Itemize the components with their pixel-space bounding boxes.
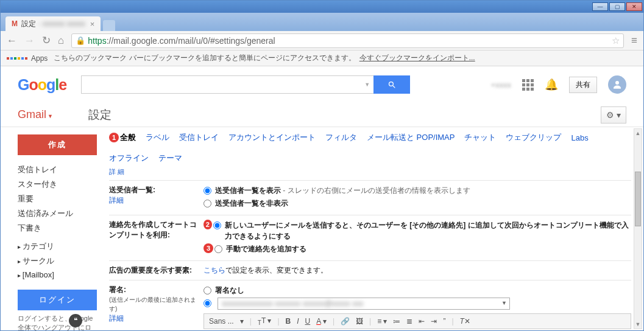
account-avatar[interactable] — [608, 75, 626, 94]
setting-senders: 送受信者一覧: 詳細 送受信者一覧を表示 - スレッドの右側にメールの送受信者の… — [109, 180, 631, 215]
sidebar-item-starred[interactable]: スター付き — [18, 177, 97, 192]
gmail-title-row: Gmail▼ 設定 ⚙ ▾ — [1, 103, 643, 127]
link-icon[interactable]: 🔗 — [341, 317, 350, 326]
tab-bar: M 設定 - xxxxxx xxxxx × — [1, 13, 643, 31]
indent-more-icon[interactable]: ⇥ — [431, 317, 437, 326]
google-header: Google ▼ +xxxx 🔔 共有 — [1, 66, 643, 103]
signature-use-radio[interactable] — [203, 299, 211, 307]
browser-tab[interactable]: M 設定 - xxxxxx xxxxx × — [5, 16, 101, 31]
google-logo[interactable]: Google — [18, 76, 66, 94]
list-bullet-icon[interactable]: ≣ — [406, 317, 412, 326]
close-tab-icon[interactable]: × — [90, 19, 95, 29]
gmail-favicon: M — [12, 19, 18, 28]
signature-none-radio[interactable] — [203, 287, 211, 294]
tab-themes[interactable]: テーマ — [158, 153, 182, 164]
forward-icon[interactable]: → — [24, 35, 35, 47]
apps-label[interactable]: Apps — [31, 54, 48, 63]
tab-labs[interactable]: Labs — [571, 133, 588, 142]
sidebar-item-drafts[interactable]: 下書き — [18, 221, 97, 235]
indent-less-icon[interactable]: ⇤ — [419, 317, 425, 326]
sidebar-item-circles[interactable]: サークル — [18, 254, 97, 268]
bookmark-star-icon[interactable]: ☆ — [612, 35, 620, 46]
setting-ads: 広告の重要度を示す要素: こちらで設定を表示、変更できます。 — [109, 260, 631, 280]
search-input[interactable]: ▼ — [81, 75, 373, 94]
scroll-up-icon[interactable]: ▲ — [634, 129, 642, 138]
signature-select[interactable]: xxxxxxxxxxxxxx xxxxxxx xxxxxx@xxxxx xxx▼ — [218, 298, 510, 310]
sidebar: 作成 受信トレイ スター付き 重要 送信済みメール 下書き カテゴリ サークル … — [1, 127, 103, 330]
font-select[interactable]: Sans ... — [209, 317, 234, 326]
import-bookmarks-link[interactable]: 今すぐブックマークをインポート... — [359, 53, 475, 63]
quote-icon[interactable]: ” — [443, 317, 445, 326]
apps-shortcut[interactable] — [7, 57, 27, 60]
senders-detail-link[interactable]: 詳細 — [109, 196, 124, 204]
scroll-down-icon[interactable]: ▼ — [634, 320, 642, 329]
tab-labels[interactable]: ラベル — [146, 132, 169, 143]
color-icon[interactable]: A ▾ — [316, 317, 327, 326]
minimize-button[interactable]: — — [592, 2, 608, 11]
tab-accounts[interactable]: アカウントとインポート — [228, 132, 316, 143]
italic-icon[interactable]: I — [297, 317, 299, 326]
sidebar-item-inbox[interactable]: 受信トレイ — [18, 162, 97, 177]
image-icon[interactable]: 🖼 — [356, 317, 363, 326]
signature-label: 署名: — [109, 285, 126, 294]
tab-filters[interactable]: フィルタ — [325, 132, 357, 143]
home-icon[interactable]: ⌂ — [58, 35, 64, 47]
underline-icon[interactable]: U — [305, 317, 311, 326]
search-dropdown-icon[interactable]: ▼ — [364, 82, 370, 88]
scroll-thumb[interactable] — [635, 172, 641, 226]
url-path: /mail/u/0/#settings/general — [175, 36, 275, 46]
bold-icon[interactable]: B — [286, 317, 291, 326]
signature-none-label: 署名なし — [215, 285, 244, 296]
senders-hide-label: 送受信者一覧を非表示 — [215, 198, 288, 209]
ads-link[interactable]: こちら — [203, 266, 225, 274]
notifications-icon[interactable]: 🔔 — [545, 78, 558, 91]
tab-inbox[interactable]: 受信トレイ — [179, 132, 219, 143]
gmail-dropdown[interactable]: Gmail▼ — [18, 108, 53, 121]
sidebar-item-important[interactable]: 重要 — [18, 192, 97, 206]
senders-hide-radio[interactable] — [203, 200, 211, 207]
google-apps-icon[interactable] — [522, 79, 534, 91]
hangouts-icon[interactable]: ❝ — [69, 314, 82, 327]
tab-chat[interactable]: チャット — [464, 132, 496, 143]
close-window-button[interactable]: ✕ — [626, 2, 642, 11]
login-button[interactable]: ログイン — [18, 290, 97, 310]
plus-user[interactable]: +xxxx — [490, 80, 511, 89]
align-icon[interactable]: ≡ ▾ — [377, 317, 387, 326]
sidebar-item-mailbox[interactable]: [Mailbox] — [18, 268, 97, 281]
tab-offline[interactable]: オフライン — [109, 153, 149, 164]
sidebar-item-categories[interactable]: カテゴリ — [18, 239, 97, 254]
browser-menu-icon[interactable]: ≡ — [631, 35, 637, 47]
list-number-icon[interactable]: ≔ — [393, 317, 400, 326]
compose-button[interactable]: 作成 — [18, 134, 97, 155]
contacts-auto-radio[interactable] — [213, 221, 221, 229]
search-button[interactable] — [373, 75, 410, 94]
contacts-manual-radio[interactable] — [214, 245, 222, 253]
share-button[interactable]: 共有 — [569, 77, 597, 93]
tab-general[interactable]: 全般 — [120, 132, 136, 143]
setting-contacts: 連絡先を作成してオートコンプリートを利用: 2新しいユーザーにメールを送信すると… — [109, 215, 631, 260]
setting-signature: 署名: (送信メールの最後に追加されます) 詳細 署名なし xxxxxxxxxx… — [109, 280, 631, 330]
senders-show-radio[interactable] — [203, 187, 211, 195]
tab-forwarding[interactable]: メール転送と POP/IMAP — [367, 132, 455, 143]
reload-icon[interactable]: ↻ — [42, 34, 51, 47]
ads-label: 広告の重要度を示す要素: — [109, 265, 203, 276]
sidebar-item-sent[interactable]: 送信済みメール — [18, 206, 97, 221]
scrollbar[interactable]: ▲ ▼ — [634, 128, 642, 329]
settings-gear-button[interactable]: ⚙ ▾ — [601, 106, 626, 124]
truncated-link[interactable]: 詳細 — [109, 167, 631, 176]
tab-title: 設定 — [21, 19, 36, 29]
signature-detail-link[interactable]: 詳細 — [109, 314, 124, 322]
clear-format-icon[interactable]: T✕ — [460, 317, 470, 326]
header-right: +xxxx 🔔 共有 — [490, 75, 626, 94]
url-input[interactable]: 🔒 https://mail.google.com/mail/u/0/#sett… — [71, 33, 624, 48]
new-tab-button[interactable] — [103, 20, 115, 31]
font-size-icon[interactable]: TT ▾ — [258, 316, 272, 326]
back-icon[interactable]: ← — [7, 35, 17, 47]
senders-show-note: - スレッドの右側にメールの送受信者の情報を表示します — [281, 186, 470, 195]
maximize-button[interactable]: ▢ — [609, 2, 625, 11]
tab-title-extra: - xxxxxx xxxxx — [38, 19, 85, 28]
svg-point-0 — [615, 81, 619, 85]
page-content: Google ▼ +xxxx 🔔 共有 Gmail▼ 設定 ⚙ ▾ — [1, 66, 643, 331]
tab-webclips[interactable]: ウェブクリップ — [506, 132, 561, 143]
bookmark-hint: こちらのブックマーク バーにブックマークを追加すると簡単にページにアクセスできま… — [54, 53, 355, 63]
